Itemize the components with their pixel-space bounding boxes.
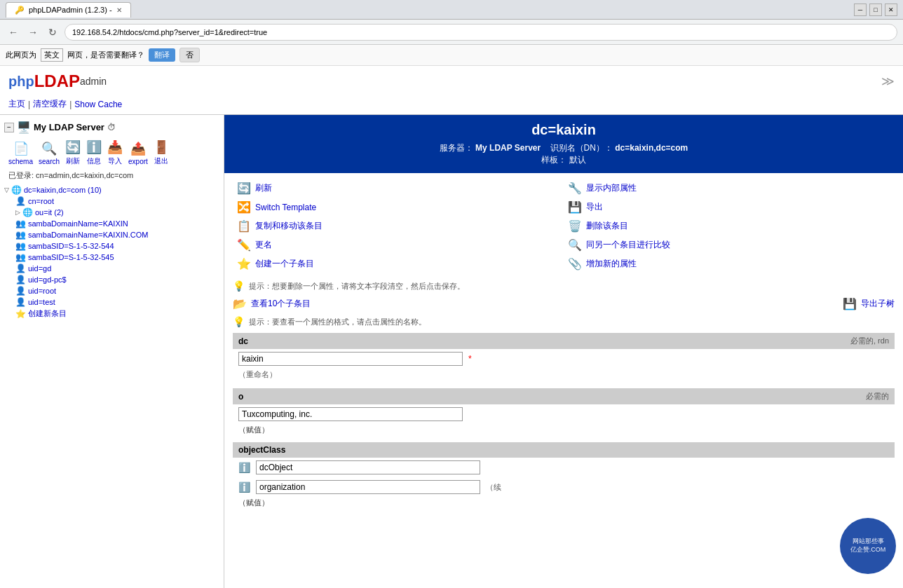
tree-node-root[interactable]: ▽ 🌐 dc=kaixin,dc=com (10) [3,184,221,196]
page-header: 主页 | 清空缓存 | Show Cache [0,94,903,115]
schema-label: schema [8,158,33,165]
nav-clear-cache[interactable]: 清空缓存 [33,98,67,110]
sidebar-tool-search[interactable]: 🔍 search [39,141,60,165]
action-view-children[interactable]: 📂 查看10个子条目 [233,296,311,312]
tree-label-sambasid2[interactable]: sambaSID=S-1-5-32-545 [28,253,114,261]
objectclass-info-icon-1: ℹ️ [238,462,250,473]
tip-row-1: 💡 提示：想要删除一个属性，请将文本字段清空，然后点击保存。 [224,279,903,293]
tree-label-uidgdpc[interactable]: uid=gd-pc$ [28,275,67,284]
dn-value: dc=kaixin,dc=com [615,143,688,153]
sidebar-tool-export[interactable]: 📤 export [128,141,148,165]
action-export[interactable]: 💾 导出 [564,198,895,217]
info-icon: ℹ️ [86,139,102,155]
tree-root: ▽ 🌐 dc=kaixin,dc=com (10) 👤 cn=root ▷ 🌐 … [3,184,221,320]
tree-toggle-ouit[interactable]: ▷ [15,209,20,216]
action-create-child[interactable]: ⭐ 创建一个子条目 [233,254,564,273]
attr-o-flags: 必需的 [866,391,889,402]
minimize-button[interactable]: ─ [854,4,867,16]
action-star-icon: ⭐ [237,257,251,271]
tree-label-ouit[interactable]: ou=it (2) [35,208,64,217]
tree-star-icon: ⭐ [15,309,26,319]
action-refresh[interactable]: 🔄 刷新 [233,179,564,198]
back-button[interactable]: ← [6,25,21,40]
translate-button[interactable]: 翻译 [149,48,175,62]
close-window-button[interactable]: ✕ [885,4,897,16]
tree-node-cnroot[interactable]: 👤 cn=root [14,196,221,207]
translation-bar: 此网页为 英文 网页，是否需要翻译？ 翻译 否 [0,45,903,66]
tree-label-uidroot[interactable]: uid=root [28,287,56,295]
reload-button[interactable]: ↻ [45,25,60,40]
tree-node-uidroot[interactable]: 👤 uid=root [14,285,221,296]
attr-o-input[interactable] [238,407,463,421]
tree-globe-icon-1: 🌐 [22,207,33,217]
action-compare[interactable]: 🔍 同另一个条目进行比较 [564,235,895,254]
action-switch-template[interactable]: 🔀 Switch Template [233,198,564,217]
tree-create-label[interactable]: 创建新条目 [28,308,67,319]
action-copy-move[interactable]: 📋 复制和移动该条目 [233,217,564,235]
nav-show-cache[interactable]: Show Cache [74,100,122,109]
address-bar[interactable] [64,24,897,41]
tree-person-icon-0: 👤 [15,196,26,206]
tree-label-uidtest[interactable]: uid=test [28,298,55,306]
tree-node-samba1[interactable]: 👥 sambaDomainName=KAIXIN [14,218,221,229]
sidebar-tool-refresh[interactable]: 🔄 刷新 [65,139,81,166]
tree-node-uidgd[interactable]: 👤 uid=gd [14,263,221,274]
nav-sep2: | [69,100,72,109]
action-add-attr[interactable]: 📎 增加新的属性 [564,254,895,273]
entry-meta: 服务器： My LDAP Server 识别名（DN）： dc=kaixin,d… [231,142,896,154]
tip-row-2: 💡 提示：要查看一个属性的格式，请点击属性的名称。 [224,315,903,329]
tree-node-uidgdpc[interactable]: 👤 uid=gd-pc$ [14,274,221,285]
tree-label-sambasid1[interactable]: sambaSID=S-1-5-32-544 [28,242,114,250]
action-export-tree[interactable]: 💾 导出子树 [843,296,895,312]
action-delete[interactable]: 🗑️ 删除该条目 [564,217,895,235]
template-label: 样板： [541,155,566,165]
tip1-text: 提示：想要删除一个属性，请将文本字段清空，然后点击保存。 [249,281,465,292]
forward-button[interactable]: → [25,25,41,40]
sidebar-server-header: − 🖥️ My LDAP Server ⏱ [3,118,221,137]
watermark-line1: 网站那些事 [853,538,884,546]
tree-toggle-root[interactable]: ▽ [4,186,9,193]
sidebar-tool-info[interactable]: ℹ️ 信息 [86,139,102,166]
tab-close-icon[interactable]: ✕ [116,6,122,14]
nav-home[interactable]: 主页 [8,98,25,110]
action-rename[interactable]: ✏️ 更名 [233,235,564,254]
attr-dc-flags: 必需的, rdn [850,336,889,346]
export-label: export [128,158,148,165]
tab-title: phpLDAPadmin (1.2.3) - [29,6,112,14]
tree-node-uidtest[interactable]: 👤 uid=test [14,296,221,308]
attr-objectclass-input-2[interactable] [256,480,480,494]
tree-group-icon-2: 👥 [15,219,26,228]
window-controls: ─ □ ✕ [854,4,897,16]
sidebar-tool-logout[interactable]: 🚪 退出 [154,139,169,166]
tree-label-cnroot[interactable]: cn=root [28,197,54,205]
tree-label-samba1[interactable]: sambaDomainName=KAIXIN [28,219,128,228]
browser-tab[interactable]: 🔑 phpLDAPadmin (1.2.3) - ✕ [6,2,131,18]
attr-objectclass-note: （赋值） [233,497,895,511]
right-panel: dc=kaixin 服务器： My LDAP Server 识别名（DN）： d… [224,115,903,588]
entry-header: dc=kaixin 服务器： My LDAP Server 识别名（DN）： d… [224,115,903,173]
no-translate-button[interactable]: 否 [179,48,200,62]
attr-objectclass-input-1[interactable] [256,460,480,474]
translate-prefix: 此网页为 [6,50,36,60]
refresh-label: 刷新 [66,156,80,166]
sidebar-tool-schema[interactable]: 📄 schema [8,141,33,165]
tree-node-create[interactable]: ⭐ 创建新条目 [14,308,221,320]
action-show-internal[interactable]: 🔧 显示内部属性 [564,179,895,198]
tree-label-uidgd[interactable]: uid=gd [28,264,51,273]
action-compare-icon: 🔍 [568,238,582,252]
tree-node-ouit[interactable]: ▷ 🌐 ou=it (2) [14,207,221,218]
tree-node-sambasid1[interactable]: 👥 sambaSID=S-1-5-32-544 [14,240,221,252]
dn-label: 识别名（DN）： [550,143,613,153]
tree-label-samba2[interactable]: sambaDomainName=KAIXIN.COM [28,231,148,239]
tree-node-sambasid2[interactable]: 👥 sambaSID=S-1-5-32-545 [14,252,221,263]
browser-navbar: ← → ↻ [0,20,903,45]
tree-root-label[interactable]: dc=kaixin,dc=com (10) [24,186,102,194]
attr-objectclass-row-2: ℹ️ （续 [233,477,895,497]
server-label: 服务器： [440,143,473,153]
tree-globe-icon: 🌐 [11,185,22,195]
sidebar-tool-import[interactable]: 📥 导入 [107,139,123,166]
sidebar-expand-button[interactable]: − [4,123,14,132]
tree-node-samba2[interactable]: 👥 sambaDomainName=KAIXIN.COM [14,229,221,240]
maximize-button[interactable]: □ [869,4,882,16]
attr-dc-input[interactable] [238,352,463,366]
